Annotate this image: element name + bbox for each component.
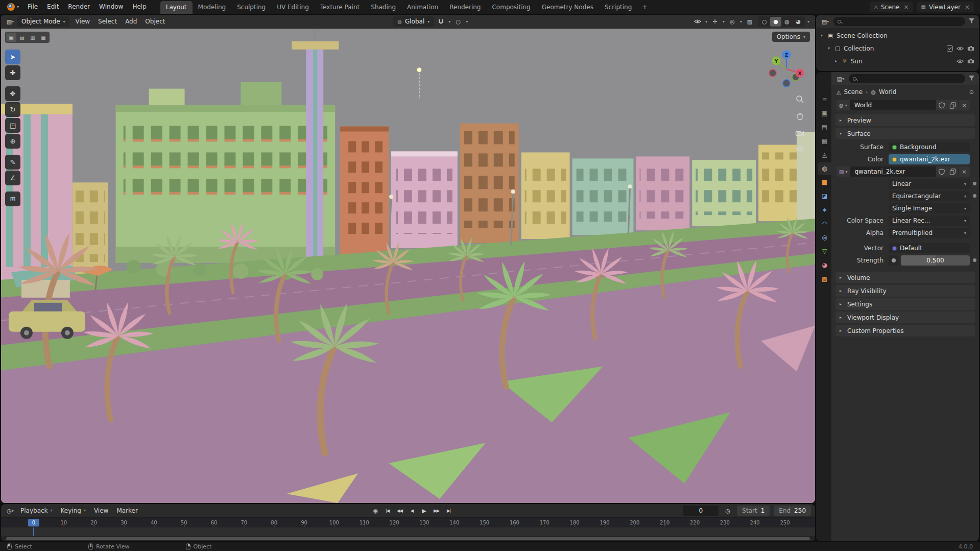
viewlayer-selector[interactable]: ▦ ViewLayer ×	[917, 2, 974, 12]
gizmo-neg-z[interactable]	[783, 80, 790, 87]
workspace-tab-sculpting[interactable]: Sculpting	[231, 1, 271, 14]
keying-clock-icon[interactable]: ◷	[723, 506, 733, 516]
color-input-button[interactable]: qwantani_2k.exr	[889, 154, 970, 164]
remove-viewlayer-icon[interactable]: ×	[964, 4, 970, 11]
surface-shader-button[interactable]: Background	[889, 142, 970, 152]
proportional-editing-icon[interactable]: ○	[453, 16, 463, 27]
alpha-dropdown[interactable]: Premultiplied▾	[889, 228, 970, 238]
workspace-tab-geometry-nodes[interactable]: Geometry Nodes	[536, 1, 599, 14]
viewport-menu-add[interactable]: Add	[121, 15, 141, 29]
projection-dropdown[interactable]: Equirectangular▾	[889, 191, 970, 201]
camera-icon[interactable]	[967, 58, 974, 64]
orientation-dropdown[interactable]: ◍ Global ▾	[393, 16, 434, 27]
pin-icon[interactable]: ⊙	[969, 89, 974, 95]
transport-prev-keyframe[interactable]: ◀◀	[394, 506, 405, 516]
image-name-field[interactable]: qwantani_2k.exr	[850, 166, 936, 177]
outliner-row-scene-collection[interactable]: ▾▣Scene Collection	[816, 29, 979, 42]
editor-type-icon[interactable]: ▤▾	[820, 16, 830, 27]
eye-icon[interactable]	[957, 46, 964, 51]
properties-tab-world[interactable]: ◍	[818, 162, 831, 175]
panel-header-custom-properties[interactable]: ▸Custom Properties	[835, 325, 975, 337]
transport-jump-to-start[interactable]: |◀	[382, 506, 393, 516]
workspace-tab-modeling[interactable]: Modeling	[193, 1, 232, 14]
workspace-tab-uv-editing[interactable]: UV Editing	[271, 1, 315, 14]
properties-tab-tool[interactable]: ≡	[818, 93, 831, 106]
workspace-tab-rendering[interactable]: Rendering	[444, 1, 486, 14]
select-new-button[interactable]: ▣	[6, 33, 16, 42]
panel-header-viewport-display[interactable]: ▸Viewport Display	[835, 312, 975, 323]
playhead[interactable]: 0	[28, 519, 39, 526]
pan-hand-icon[interactable]	[795, 112, 804, 123]
select-subtract-button[interactable]: ▥	[28, 33, 38, 42]
timeline-menu-view[interactable]: View	[90, 504, 112, 517]
expand-icon[interactable]: ▾	[819, 33, 824, 38]
workspace-tab-animation[interactable]: Animation	[401, 1, 444, 14]
menu-render[interactable]: Render	[63, 0, 94, 14]
grid-toggle-icon[interactable]	[795, 145, 804, 154]
options-button[interactable]: Options ▾	[772, 32, 810, 42]
gizmo-neg-x[interactable]	[769, 69, 776, 77]
transport-play-reverse[interactable]: ◀	[407, 506, 418, 516]
auto-keying-toggle[interactable]: ◉	[371, 506, 381, 516]
transport-play[interactable]: ▶	[419, 506, 430, 516]
workspace-tab-compositing[interactable]: Compositing	[486, 1, 536, 14]
editor-type-icon[interactable]: ▤▾	[835, 74, 846, 84]
properties-tab-texture[interactable]: ▩	[818, 273, 831, 285]
outliner-row-collection[interactable]: ▾▢Collection	[816, 42, 979, 55]
timeline-ruler[interactable]: 0 10203040506070809010011012013014015016…	[1, 517, 815, 527]
viewport-menu-select[interactable]: Select	[94, 15, 121, 29]
overlays-toggle-icon[interactable]: ◎	[727, 16, 737, 27]
copy-datablock-icon[interactable]	[947, 166, 959, 177]
outliner-search[interactable]	[833, 17, 965, 26]
tool-add-cube[interactable]: ⊞	[5, 191, 20, 206]
properties-tab-physics[interactable]: ◠	[818, 218, 831, 230]
timeline-menu-playback[interactable]: Playback▾	[16, 504, 57, 517]
snap-magnet-icon[interactable]	[436, 16, 446, 27]
filter-icon[interactable]	[968, 18, 975, 26]
3d-viewport[interactable]: ▧▾ Object Mode▾ ViewSelectAddObject ◍ Gl…	[1, 15, 815, 503]
tool-transform[interactable]: ⊕	[5, 134, 20, 149]
interpolation-dropdown[interactable]: Linear▾	[889, 179, 970, 189]
snap-dropdown[interactable]: ▾	[447, 16, 452, 27]
tool-scale[interactable]: ◳	[5, 118, 20, 133]
properties-tab-object[interactable]: ■	[818, 176, 831, 188]
tool-cursor[interactable]: ✚	[5, 65, 20, 80]
workspace-tab-shading[interactable]: Shading	[365, 1, 401, 14]
properties-tab-output[interactable]: ▤	[818, 121, 831, 133]
properties-tab-particles[interactable]: ∗	[818, 204, 831, 216]
object-types-dropdown[interactable]: ▾	[704, 16, 709, 27]
properties-tab-view-layer[interactable]: ▦	[818, 135, 831, 147]
menu-window[interactable]: Window	[94, 0, 128, 14]
workspace-tab-scripting[interactable]: Scripting	[599, 1, 637, 14]
tool-move[interactable]: ✥	[5, 86, 20, 101]
color-space-dropdown[interactable]: Linear Rec...▾	[889, 215, 970, 226]
tool-measure[interactable]: ∠	[5, 171, 20, 185]
viewport-menu-view[interactable]: View	[71, 15, 94, 29]
properties-tab-material[interactable]: ◕	[818, 259, 831, 271]
panel-header-ray-visibility[interactable]: ▸Ray Visibility	[835, 285, 975, 297]
shading-wireframe-button[interactable]: ○	[759, 17, 770, 27]
show-object-types-icon[interactable]	[692, 16, 703, 27]
strength-slider[interactable]: 0.500	[901, 255, 970, 266]
panel-header-volume[interactable]: ▸Volume	[835, 272, 975, 283]
panel-header-preview[interactable]: ▸ Preview	[835, 114, 975, 126]
properties-tab-render[interactable]: ▣	[818, 107, 831, 119]
tool-tweak-select[interactable]: ➤	[5, 50, 20, 64]
image-source-dropdown[interactable]: Single Image▾	[889, 203, 970, 213]
blender-menu-button[interactable]: ▾	[3, 3, 23, 11]
shading-material-preview-button[interactable]: ◍	[781, 17, 793, 27]
browse-image-button[interactable]: ▨▾	[836, 166, 850, 177]
browse-world-button[interactable]: ◍▾	[836, 100, 850, 110]
vector-input-button[interactable]: Default	[889, 243, 970, 253]
start-frame-field[interactable]: Start 1	[737, 506, 770, 516]
fake-user-shield-icon[interactable]	[936, 166, 947, 177]
shading-solid-button[interactable]: ●	[770, 17, 781, 27]
viewport-menu-object[interactable]: Object	[141, 15, 169, 29]
unlink-image-icon[interactable]: ×	[959, 166, 970, 177]
select-intersect-button[interactable]: ▦	[38, 33, 49, 42]
eye-icon[interactable]	[957, 59, 964, 64]
fake-user-shield-icon[interactable]	[936, 100, 947, 110]
end-frame-field[interactable]: End 250	[774, 506, 811, 516]
animate-decorator-icon[interactable]	[973, 182, 976, 185]
properties-tab-constraints[interactable]: ◎	[818, 231, 831, 244]
